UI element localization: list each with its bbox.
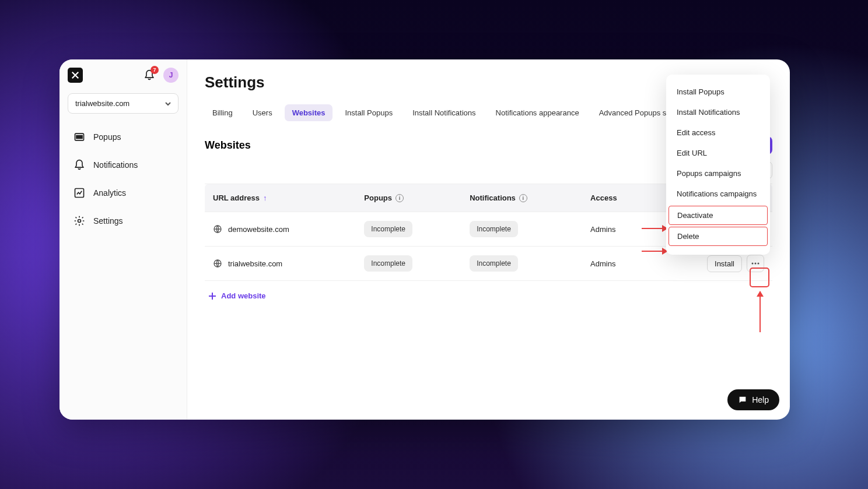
nav: Popups Notifications Analytics Settings bbox=[68, 124, 178, 234]
help-label: Help bbox=[752, 395, 769, 404]
tab-install-popups[interactable]: Install Popups bbox=[337, 104, 400, 121]
site-selector-value: trialwebsite.com bbox=[75, 99, 130, 108]
add-website-link[interactable]: Add website bbox=[205, 281, 772, 311]
column-label: Popups bbox=[364, 194, 392, 202]
sidebar-top-right: 7 J bbox=[142, 68, 178, 83]
menu-install-popups[interactable]: Install Popups bbox=[666, 82, 770, 102]
annotation-arrow bbox=[760, 291, 761, 332]
app-logo-icon[interactable] bbox=[68, 68, 83, 83]
more-horizontal-icon bbox=[751, 262, 760, 265]
avatar[interactable]: J bbox=[163, 68, 178, 83]
help-button[interactable]: Help bbox=[727, 389, 779, 410]
sidebar-item-notifications[interactable]: Notifications bbox=[68, 152, 178, 178]
gear-icon bbox=[74, 215, 85, 227]
notifications-badge: 7 bbox=[150, 66, 159, 74]
url-cell: demowebsite.com bbox=[213, 224, 348, 234]
menu-install-notifications[interactable]: Install Notifications bbox=[666, 102, 770, 122]
column-header-url[interactable]: URL address ↑ bbox=[205, 184, 356, 212]
sidebar-item-label: Popups bbox=[93, 132, 121, 142]
annotation-arrow bbox=[642, 251, 667, 252]
column-label: Access bbox=[590, 194, 617, 202]
add-website-label: Add website bbox=[221, 291, 266, 300]
sidebar-top: 7 J bbox=[68, 68, 178, 83]
column-header-notifications[interactable]: Notifications i bbox=[461, 184, 582, 212]
popups-status: Incomplete bbox=[364, 255, 412, 272]
svg-point-12 bbox=[758, 263, 760, 265]
svg-point-10 bbox=[752, 263, 754, 265]
section-title: Websites bbox=[205, 139, 251, 152]
notifications-status: Incomplete bbox=[470, 255, 518, 272]
bell-icon bbox=[74, 159, 85, 171]
sidebar-item-label: Settings bbox=[93, 216, 123, 226]
info-icon[interactable]: i bbox=[396, 194, 404, 202]
menu-edit-access[interactable]: Edit access bbox=[666, 122, 770, 143]
column-label: URL address bbox=[213, 194, 260, 202]
popup-icon bbox=[74, 131, 85, 143]
sidebar: 7 J trialwebsite.com Popups Notification… bbox=[60, 59, 187, 420]
column-label: Notifications bbox=[470, 194, 516, 202]
tab-notifications-appearance[interactable]: Notifications appearance bbox=[488, 104, 587, 121]
install-button[interactable]: Install bbox=[707, 255, 742, 272]
svg-point-11 bbox=[755, 263, 757, 265]
analytics-icon bbox=[74, 187, 85, 199]
tab-websites[interactable]: Websites bbox=[285, 104, 333, 121]
url-cell: trialwebsite.com bbox=[213, 259, 348, 268]
notifications-bell-icon[interactable]: 7 bbox=[142, 68, 156, 82]
menu-popups-campaigns[interactable]: Popups campaigns bbox=[666, 163, 770, 184]
sort-asc-icon: ↑ bbox=[263, 194, 267, 202]
sidebar-item-settings[interactable]: Settings bbox=[68, 208, 178, 234]
site-selector[interactable]: trialwebsite.com bbox=[68, 93, 178, 114]
access-cell: Admins bbox=[582, 212, 652, 247]
menu-delete[interactable]: Delete bbox=[668, 227, 768, 246]
sidebar-item-label: Notifications bbox=[93, 160, 138, 170]
main: Settings Billing Users Websites Install … bbox=[187, 59, 790, 420]
globe-icon bbox=[213, 224, 222, 234]
tab-install-notifications[interactable]: Install Notifications bbox=[405, 104, 483, 121]
annotation-arrow bbox=[642, 228, 667, 229]
svg-rect-1 bbox=[76, 136, 82, 139]
sidebar-item-popups[interactable]: Popups bbox=[68, 124, 178, 150]
app-window: 7 J trialwebsite.com Popups Notification… bbox=[60, 59, 790, 420]
more-menu-button[interactable] bbox=[747, 255, 764, 272]
sidebar-item-label: Analytics bbox=[93, 188, 126, 198]
column-header-access[interactable]: Access bbox=[582, 184, 652, 212]
tab-users[interactable]: Users bbox=[245, 104, 280, 121]
chevron-down-icon bbox=[165, 101, 171, 107]
menu-notifications-campaigns[interactable]: Notifications campaigns bbox=[666, 184, 770, 204]
column-header-popups[interactable]: Popups i bbox=[356, 184, 461, 212]
svg-point-3 bbox=[78, 220, 81, 223]
sidebar-item-analytics[interactable]: Analytics bbox=[68, 180, 178, 206]
url-text[interactable]: trialwebsite.com bbox=[228, 259, 282, 268]
info-icon[interactable]: i bbox=[519, 194, 527, 202]
tab-billing[interactable]: Billing bbox=[205, 104, 240, 121]
notifications-status: Incomplete bbox=[470, 221, 518, 237]
plus-icon bbox=[208, 292, 216, 300]
row-context-menu: Install Popups Install Notifications Edi… bbox=[666, 75, 770, 255]
chat-icon bbox=[738, 395, 747, 404]
url-text[interactable]: demowebsite.com bbox=[228, 225, 289, 234]
globe-icon bbox=[213, 259, 222, 268]
popups-status: Incomplete bbox=[364, 221, 412, 237]
menu-edit-url[interactable]: Edit URL bbox=[666, 143, 770, 163]
row-actions: Install bbox=[660, 255, 764, 272]
menu-deactivate[interactable]: Deactivate bbox=[668, 206, 768, 225]
